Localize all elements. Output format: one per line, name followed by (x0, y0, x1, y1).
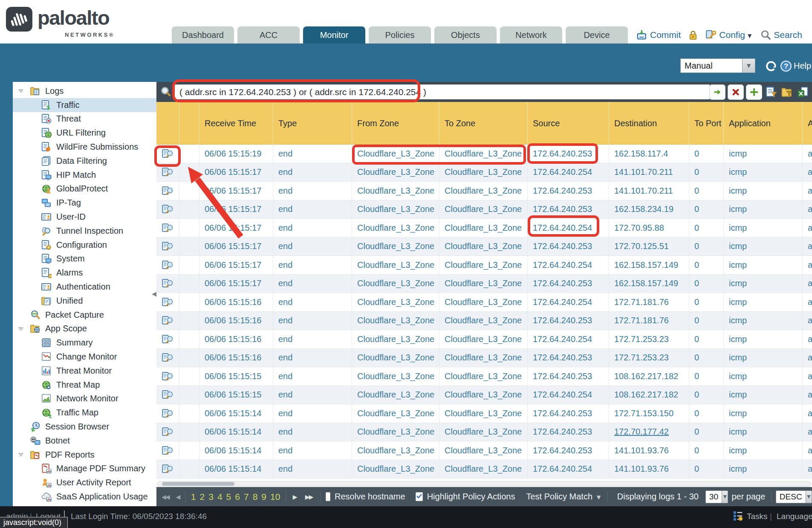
cell-source[interactable]: 172.64.240.253 (527, 349, 609, 367)
cell-application[interactable]: icmp (723, 219, 802, 237)
table-row[interactable]: 06/06 15:15:17endCloudflare_L3_ZoneCloud… (156, 256, 812, 275)
commit-icon[interactable] (636, 29, 647, 41)
sidebar-item-data-filtering[interactable]: Data Filtering (13, 154, 156, 168)
log-detail-icon[interactable] (156, 460, 179, 479)
column-header-action[interactable]: Action (802, 102, 812, 145)
cell-source[interactable]: 172.64.240.253 (527, 182, 609, 200)
per-page-select[interactable]: 30 (705, 490, 722, 503)
cell-application[interactable]: icmp (723, 423, 802, 441)
cell-source[interactable]: 172.64.240.253 (527, 238, 609, 256)
table-row[interactable]: 06/06 15:15:17endCloudflare_L3_ZoneCloud… (156, 163, 812, 182)
cell-source[interactable]: 172.64.240.254 (527, 460, 609, 479)
log-detail-icon[interactable] (156, 330, 179, 348)
cell-destination[interactable]: 172.71.181.76 (609, 312, 689, 330)
sidebar-item-packet-capture[interactable]: Packet Capture (13, 308, 156, 322)
page-number[interactable]: 6 (235, 492, 240, 502)
sidebar-item-threat[interactable]: Threat (13, 112, 156, 126)
column-header-receive-time[interactable]: Receive Time (199, 102, 273, 145)
expand-caret-icon[interactable] (18, 452, 30, 457)
sidebar-item-saas-application-usage[interactable]: SaaS Application Usage (13, 490, 156, 504)
refresh-interval-select[interactable]: Manual (680, 58, 743, 73)
page-number[interactable]: 3 (208, 492, 214, 502)
cell-destination[interactable]: 172.71.253.23 (609, 330, 689, 348)
apply-filter-button[interactable] (709, 84, 725, 100)
commit-button[interactable]: Commit (650, 30, 681, 40)
cell-destination[interactable]: 141.101.70.211 (609, 182, 689, 200)
cell-application[interactable]: icmp (723, 367, 802, 386)
table-row[interactable]: 06/06 15:15:14endCloudflare_L3_ZoneCloud… (156, 460, 812, 479)
tab-objects[interactable]: Objects (434, 26, 497, 44)
log-detail-icon[interactable] (156, 219, 179, 237)
highlight-policy-checkbox[interactable] (416, 492, 423, 501)
lock-icon[interactable] (688, 29, 699, 41)
cell-application[interactable]: icmp (723, 404, 802, 423)
log-detail-icon[interactable] (156, 423, 179, 441)
page-number[interactable]: 1 (191, 492, 196, 502)
table-row[interactable]: 06/06 15:15:19endCloudflare_L3_ZoneCloud… (156, 145, 812, 163)
tab-dashboard[interactable]: Dashboard (172, 26, 234, 44)
export-logs-icon[interactable] (796, 85, 809, 99)
cell-destination[interactable]: 141.101.93.76 (609, 441, 689, 460)
page-number[interactable]: 9 (261, 492, 266, 502)
log-detail-icon[interactable] (156, 293, 179, 311)
cell-destination[interactable]: 172.70.125.51 (609, 238, 689, 256)
log-detail-icon[interactable] (156, 163, 179, 182)
per-page-caret-icon[interactable]: ▼ (722, 490, 728, 503)
tab-policies[interactable]: Policies (369, 26, 431, 44)
tasks-button[interactable]: Tasks (747, 512, 768, 521)
refresh-interval-caret-icon[interactable]: ▼ (743, 58, 755, 73)
sidebar-collapse-handle[interactable]: ◀ (152, 290, 157, 298)
cell-destination[interactable]: 172.71.253.23 (609, 349, 689, 367)
log-detail-icon[interactable] (156, 386, 179, 404)
sidebar-item-hip-match[interactable]: HIP Match (13, 168, 156, 182)
sidebar-item-app-scope[interactable]: App Scope (13, 322, 156, 336)
clear-filter-button[interactable] (728, 84, 744, 100)
page-number[interactable]: 2 (200, 492, 205, 502)
sidebar-item-threat-monitor[interactable]: Threat Monitor (13, 364, 156, 378)
table-row[interactable]: 06/06 15:15:17endCloudflare_L3_ZoneCloud… (156, 219, 812, 238)
config-dropdown-caret-icon[interactable]: ▼ (748, 33, 751, 39)
cell-source[interactable]: 172.64.240.253 (527, 145, 609, 163)
cell-application[interactable]: icmp (723, 330, 802, 348)
page-number[interactable]: 5 (226, 492, 231, 502)
sidebar-item-configuration[interactable]: Configuration (13, 238, 156, 252)
add-filter-button[interactable] (746, 84, 762, 100)
cell-application[interactable]: icmp (723, 460, 802, 479)
log-detail-icon[interactable] (156, 441, 179, 460)
sidebar-item-wildfire-submissions[interactable]: WildFire Submissions (13, 140, 156, 154)
cell-application[interactable]: icmp (723, 275, 802, 293)
sort-order-select[interactable]: DESC (776, 490, 806, 503)
log-detail-icon[interactable] (156, 256, 179, 274)
test-policy-match-button[interactable]: Test Policy Match▼ (526, 492, 601, 502)
sidebar-item-ip-tag[interactable]: IP-Tag (13, 196, 156, 210)
cell-application[interactable]: icmp (723, 238, 802, 256)
sidebar-item-manage-pdf-summary[interactable]: Manage PDF Summary (13, 462, 156, 476)
sidebar-item-change-monitor[interactable]: Change Monitor (13, 350, 156, 364)
cell-source[interactable]: 172.64.240.254 (527, 163, 609, 182)
expand-caret-icon[interactable] (18, 326, 30, 331)
cell-source[interactable]: 172.64.240.254 (527, 386, 609, 404)
cell-destination[interactable]: 108.162.217.182 (609, 367, 689, 386)
column-header-to-zone[interactable]: To Zone (439, 102, 527, 145)
expand-caret-icon[interactable] (18, 88, 30, 93)
cell-application[interactable]: icmp (723, 256, 802, 274)
cell-destination[interactable]: 162.158.157.149 (609, 256, 689, 274)
cell-source[interactable]: 172.64.240.253 (527, 423, 609, 441)
table-row[interactable]: 06/06 15:15:15endCloudflare_L3_ZoneCloud… (156, 386, 812, 405)
config-icon[interactable] (705, 29, 717, 41)
cell-source[interactable]: 172.64.240.253 (527, 275, 609, 293)
sidebar-item-user-activity-report[interactable]: User Activity Report (13, 476, 156, 490)
sidebar-item-traffic-map[interactable]: Traffic Map (13, 406, 156, 420)
sidebar-item-system[interactable]: System (13, 252, 156, 266)
column-header-from-zone[interactable]: From Zone (352, 102, 439, 145)
refresh-icon[interactable] (764, 59, 778, 73)
first-page-icon[interactable]: ◀◀ (162, 493, 169, 500)
cell-application[interactable]: icmp (723, 312, 802, 330)
horizontal-scrollbar-thumb[interactable] (162, 482, 234, 486)
search-button[interactable]: Search (774, 30, 802, 40)
column-header-to-port[interactable]: To Port (689, 102, 723, 145)
cell-application[interactable]: icmp (723, 163, 802, 182)
cell-destination[interactable]: 108.162.217.182 (609, 386, 689, 404)
cell-destination[interactable]: 172.70.95.88 (609, 219, 689, 237)
tab-monitor[interactable]: Monitor (303, 26, 365, 44)
